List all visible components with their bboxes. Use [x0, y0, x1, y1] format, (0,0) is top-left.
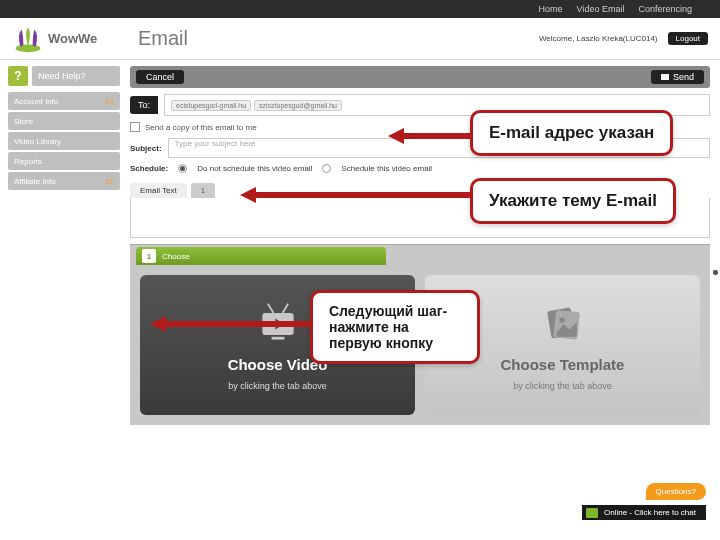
- tab-label: Email Text: [140, 186, 177, 195]
- svg-marker-9: [388, 128, 470, 144]
- sidebar-item-account-info[interactable]: Account Info 24: [8, 92, 120, 110]
- logout-button[interactable]: Logout: [668, 32, 708, 45]
- brand-text: WowWe: [48, 31, 97, 46]
- chat-bar[interactable]: Online - Click here to chat: [582, 505, 706, 520]
- arrow-icon: [240, 187, 470, 203]
- card-title: Choose Template: [501, 356, 625, 373]
- recipient-chip[interactable]: szisztupesgod@gmail.hu: [254, 100, 342, 111]
- recipient-chip[interactable]: ecistupesgod-gmail.hu: [171, 100, 251, 111]
- welcome-text: Welcome, Laszlo Kreka(LUC014): [539, 34, 658, 43]
- page-title: Email: [138, 27, 539, 50]
- callout-subject: Укажите тему E-mail: [470, 178, 676, 224]
- nav-conferencing[interactable]: Conferencing: [638, 4, 692, 14]
- sidebar-item-reports[interactable]: Reports: [8, 152, 120, 170]
- help-button[interactable]: ?: [8, 66, 28, 86]
- envelope-icon: [661, 74, 669, 80]
- step-title: Choose: [162, 252, 190, 261]
- callout-next-step: Следующий шаг- нажмите на первую кнопку: [310, 290, 480, 364]
- tab-secondary[interactable]: 1: [191, 183, 215, 198]
- schedule-yes-label: Schedule this video email: [341, 164, 432, 173]
- sidebar-item-affiliate-info[interactable]: Affiliate Info 31: [8, 172, 120, 190]
- svg-rect-3: [271, 336, 284, 339]
- sidebar-badge: 31: [105, 177, 114, 186]
- schedule-label: Schedule:: [130, 164, 168, 173]
- scrollbar-thumb[interactable]: [713, 270, 718, 275]
- svg-marker-10: [240, 187, 470, 203]
- questions-bubble[interactable]: Questions?: [646, 483, 706, 500]
- sidebar: ? Need Help? Account Info 24 Store Video…: [0, 60, 120, 431]
- svg-point-8: [559, 317, 565, 323]
- svg-line-4: [267, 303, 273, 312]
- top-nav: Home Video Email Conferencing: [0, 0, 720, 18]
- sidebar-item-label: Affiliate Info: [14, 177, 56, 186]
- arrow-icon: [150, 316, 310, 332]
- sidebar-badge: 24: [105, 97, 114, 106]
- step-number: 1: [142, 249, 156, 263]
- schedule-yes-radio[interactable]: [322, 164, 331, 173]
- step-header[interactable]: 1 Choose: [136, 247, 386, 265]
- sidebar-item-label: Store: [14, 117, 33, 126]
- send-copy-label: Send a copy of this email to me: [145, 123, 257, 132]
- action-bar: Cancel Send: [130, 66, 710, 88]
- sidebar-item-label: Reports: [14, 157, 42, 166]
- send-copy-checkbox[interactable]: [130, 122, 140, 132]
- arrow-icon: [388, 128, 470, 144]
- wowwe-logo-icon: [12, 25, 44, 53]
- send-label: Send: [673, 72, 694, 82]
- card-subtitle: by clicking the tab above: [513, 381, 612, 391]
- template-icon: [540, 300, 586, 348]
- tab-email-text[interactable]: Email Text: [130, 183, 187, 198]
- nav-home[interactable]: Home: [539, 4, 563, 14]
- need-help-button[interactable]: Need Help?: [32, 66, 120, 86]
- send-button[interactable]: Send: [651, 70, 704, 84]
- svg-marker-11: [150, 316, 310, 332]
- sidebar-item-label: Video Library: [14, 137, 61, 146]
- callout-email-address: E-mail адрес указан: [470, 110, 673, 156]
- nav-video-email[interactable]: Video Email: [577, 4, 625, 14]
- tab-icon: 1: [201, 186, 205, 195]
- schedule-no-label: Do not schedule this video email: [197, 164, 312, 173]
- cancel-button[interactable]: Cancel: [136, 70, 184, 84]
- sidebar-item-video-library[interactable]: Video Library: [8, 132, 120, 150]
- sidebar-item-store[interactable]: Store: [8, 112, 120, 130]
- to-label: To:: [130, 96, 158, 114]
- svg-line-5: [282, 303, 288, 312]
- sidebar-item-label: Account Info: [14, 97, 58, 106]
- schedule-no-radio[interactable]: [178, 164, 187, 173]
- header: WowWe Email Welcome, Laszlo Kreka(LUC014…: [0, 18, 720, 60]
- card-subtitle: by clicking the tab above: [228, 381, 327, 391]
- logo[interactable]: WowWe: [12, 25, 132, 53]
- subject-label: Subject:: [130, 144, 162, 153]
